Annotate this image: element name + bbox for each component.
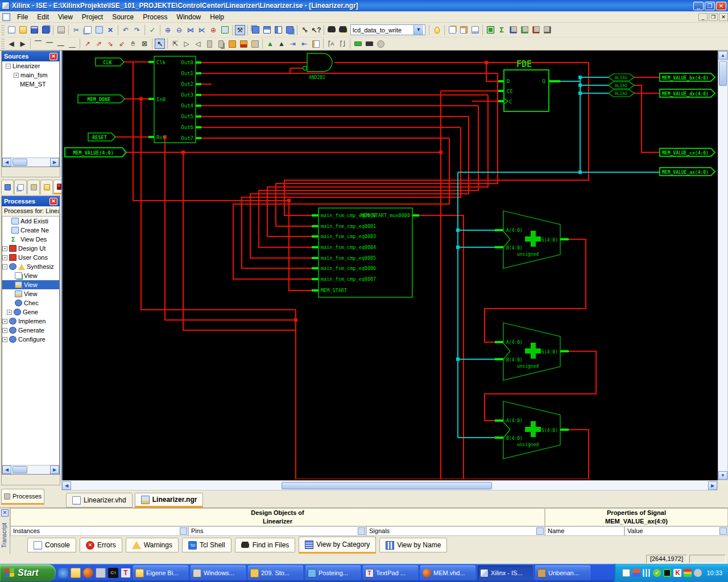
process-view-design-summary[interactable]: ΣView Des [2,235,59,244]
start-flag-black-icon[interactable] [364,39,374,49]
device-chip-icon[interactable] [485,25,495,35]
sources-hscrollbar[interactable]: ◀ ▶ [2,157,59,167]
expand-icon[interactable]: + [14,73,19,78]
start-flag-green-icon[interactable] [353,39,363,49]
pan-hand-icon[interactable]: ✋︎ [128,39,138,49]
col-value[interactable]: Value [624,526,728,536]
menu-window[interactable]: Window [172,12,206,22]
edit-constraints-icon[interactable] [458,25,469,35]
process-generate-programming-file[interactable]: +Generate [2,326,59,335]
clock-globe-icon[interactable] [375,39,386,49]
push-view-icon[interactable]: ⇤ [299,39,309,49]
save-all-icon[interactable] [40,25,51,35]
expand-icon[interactable]: + [2,246,7,251]
net-lower2-icon[interactable]: ⎽ [67,39,77,49]
signal-combobox[interactable]: ▼ [350,24,425,35]
input-ports[interactable]: CLK MEM_DONE RESET MEM_VALUE(4:0) [65,58,126,157]
process-check-syntax[interactable]: Chec [2,298,59,307]
scroll-left-icon[interactable]: ◀ [62,481,71,490]
tab-module-view[interactable] [1,180,14,194]
adder-1[interactable]: A(4:0) B(4:0) S(4:0) unsigned [503,211,560,268]
customize-wrench-icon[interactable]: 🔧︎ [300,25,310,35]
copy-icon[interactable] [82,25,93,35]
taskbar-button-xilinx[interactable]: Xilinx - IS... [478,566,533,580]
sources-close-icon[interactable]: ✕ [49,53,57,60]
net-upper-icon[interactable]: ⎺ [33,39,43,49]
process-view-synthesis-report[interactable]: View [2,271,59,280]
new-view-icon[interactable] [250,39,260,49]
scroll-right-icon[interactable]: ▶ [50,465,59,474]
tab-linearizer-vhd[interactable]: Linearizer.vhd [66,493,133,508]
select-arrow-icon[interactable]: ↖ [155,39,165,49]
route-2-icon[interactable]: ⇗ [94,39,104,49]
open-project-icon[interactable] [18,25,28,35]
process-view-rtl-schematic[interactable]: View [2,280,59,289]
scroll-right-icon[interactable]: ▶ [50,158,59,167]
schematic-hscrollbar[interactable]: ◀ ▶ [61,480,718,490]
quicklaunch-folder-icon[interactable] [71,568,81,578]
tree-item-linearizer[interactable]: − Linearizer [2,61,59,70]
refresh-icon[interactable] [220,25,230,35]
new-source-icon[interactable] [447,25,457,35]
toolbar-grip-2[interactable] [1,39,5,49]
hierarchy-tool-icon[interactable]: ⚒ [235,25,245,35]
process-user-constraints[interactable]: +User Cons [2,253,59,262]
net-upper2-icon[interactable]: ⎻ [44,39,55,49]
collapse-icon[interactable]: − [2,264,7,269]
tab-processes[interactable]: Processes [1,489,44,505]
scroll-box-icon[interactable] [719,527,727,535]
col-name[interactable]: Name [545,526,624,536]
timing-constraint-4-icon[interactable] [542,25,552,35]
delete-icon[interactable]: ✕ [105,25,115,35]
menu-file[interactable]: File [13,12,32,22]
undo-icon[interactable]: ↶ [121,25,131,35]
timing-constraint-1-icon[interactable] [508,25,518,35]
expand-icon[interactable]: + [7,310,12,315]
menu-edit[interactable]: Edit [32,12,53,22]
processes-close-icon[interactable]: ✕ [49,198,57,205]
tab-warnings[interactable]: Warnings [126,538,179,552]
process-create-new[interactable]: Create Ne [2,226,59,235]
taskbar-button-windows[interactable]: Windows... [191,566,246,580]
save-icon[interactable] [29,25,39,35]
start-button[interactable]: Start [0,564,56,581]
instance-b-icon[interactable] [216,39,226,49]
collapse-icon[interactable]: − [6,64,11,69]
route-4-icon[interactable]: ⇙ [117,39,127,49]
arrange-windows-icon[interactable] [284,25,295,35]
scroll-box-icon[interactable] [358,527,365,535]
quicklaunch-ie-icon[interactable] [58,568,68,578]
restore-button[interactable]: ❐ [705,2,715,10]
instance-a-icon[interactable] [204,39,214,49]
tray-mail-icon[interactable] [622,569,630,577]
mdi-minimize-button[interactable]: _ [698,13,708,21]
paste-icon[interactable] [94,25,104,35]
context-help-icon[interactable]: ↖? [311,25,321,35]
zoom-selection-icon[interactable]: ⋉ [197,25,207,35]
close-button[interactable]: ✕ [716,2,726,10]
taskbar-button-unbenannt[interactable]: Unbenan... [535,566,590,580]
processes-hscrollbar[interactable]: ◀ ▶ [2,465,59,474]
scroll-right-icon[interactable]: ▶ [708,481,717,490]
zoom-in-icon[interactable]: ⊕ [163,25,173,35]
back-icon[interactable]: ◀ [6,39,16,49]
scroll-down-icon[interactable]: ▼ [718,471,727,480]
adder-3[interactable]: A(4:0) B(4:0) S(4:0) unsigned [503,401,560,459]
zoom-out-icon[interactable]: ⊖ [174,25,184,35]
tile-horizontal-icon[interactable] [262,25,272,35]
mux-block[interactable]: main_fsm_cmp_eq0000 main_fsm_cmp_eq0001 … [318,208,412,297]
tab-snapshot-view[interactable] [27,180,40,194]
design-summary-icon[interactable]: Σ [497,25,507,35]
tray-update-icon[interactable] [632,569,640,577]
menu-project[interactable]: Project [77,12,107,22]
forward-icon[interactable]: ▶ [18,39,28,49]
toolbar-grip[interactable] [1,25,5,35]
col-signals[interactable]: Signals [366,526,545,536]
fsm-block[interactable]: Clk In0 Rst Out0 Out1 Out2 Out3 Out4 Out… [154,56,196,143]
ascend-icon[interactable]: ◁ [193,39,203,49]
find-icon[interactable] [326,25,337,35]
taskbar-button-eigene[interactable]: Eigene Bi... [133,566,188,580]
hierarchy-down-icon[interactable]: ▲ [276,39,287,49]
net-lower-icon[interactable]: ⎼ [56,39,66,49]
scroll-up-icon[interactable]: ▲ [718,51,727,60]
